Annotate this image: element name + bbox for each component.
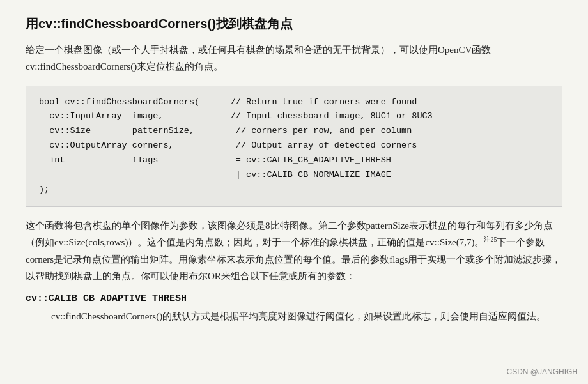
section-heading: cv::CALIB_CB_ADAPTIVE_THRESH	[26, 293, 562, 304]
page-container: 用cv::findChessboardCorners()找到棋盘角点 给定一个棋…	[0, 0, 588, 384]
intro-paragraph: 给定一个棋盘图像（或一个人手持棋盘，或任何具有棋盘的场景和合适的无干扰背景），可…	[26, 42, 562, 75]
body1-text: 这个函数将包含棋盘的单个图像作为参数，该图像必须是8比特图像。第二个参数patt…	[26, 220, 553, 247]
watermark: CSDN @JANGHIGH	[506, 367, 578, 376]
section-body: cv::findChessboardCorners()的默认方式是根据平均亮度对…	[51, 308, 562, 325]
page-title: 用cv::findChessboardCorners()找到棋盘角点	[26, 15, 562, 33]
footnote: 注25	[484, 236, 497, 243]
body-paragraph-1: 这个函数将包含棋盘的单个图像作为参数，该图像必须是8比特图像。第二个参数patt…	[26, 217, 562, 284]
code-block: bool cv::findChessboardCorners( // Retur…	[26, 86, 562, 208]
